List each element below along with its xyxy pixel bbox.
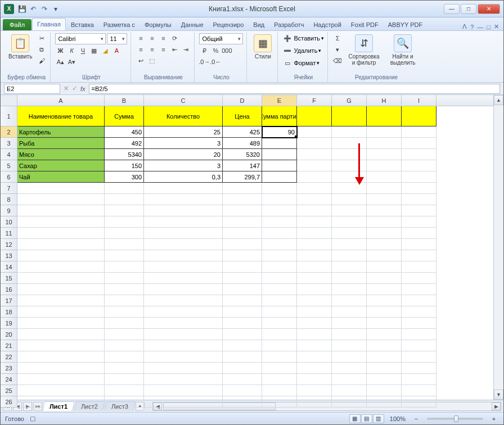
cell[interactable] <box>367 340 402 351</box>
cell[interactable] <box>223 183 262 194</box>
cell[interactable] <box>144 295 223 306</box>
cell[interactable] <box>105 295 144 306</box>
cell[interactable] <box>17 329 105 340</box>
minimize-button[interactable]: — <box>444 4 460 14</box>
cell[interactable] <box>17 374 105 385</box>
help-icon[interactable]: ? <box>470 24 474 30</box>
cell[interactable] <box>223 216 262 228</box>
cell[interactable] <box>105 183 144 194</box>
cell[interactable] <box>262 183 297 194</box>
cell[interactable] <box>223 363 262 374</box>
row-header[interactable]: 12 <box>1 239 17 250</box>
cell[interactable]: 150 <box>105 160 144 171</box>
cell[interactable] <box>367 363 402 374</box>
currency-icon[interactable]: ₽ <box>199 46 209 56</box>
cell[interactable] <box>223 351 262 363</box>
cell[interactable] <box>144 363 223 374</box>
cell[interactable] <box>332 250 367 261</box>
cell[interactable] <box>223 385 262 396</box>
cell[interactable] <box>144 205 223 216</box>
find-select-button[interactable]: 🔍 Найти и выделить <box>385 33 420 67</box>
cell[interactable] <box>402 149 436 160</box>
cell[interactable] <box>262 138 297 149</box>
merge-icon[interactable]: ⬚ <box>147 56 157 66</box>
cell[interactable] <box>402 228 436 239</box>
cell[interactable] <box>262 284 297 295</box>
cell[interactable] <box>144 340 223 351</box>
zoom-slider[interactable] <box>427 418 483 420</box>
col-header-E[interactable]: E <box>262 95 297 106</box>
cell[interactable] <box>367 306 402 318</box>
cell[interactable] <box>297 149 332 160</box>
cell[interactable] <box>402 171 436 183</box>
cell[interactable] <box>17 351 105 363</box>
ribbon-minimize-icon[interactable]: ᐱ <box>462 23 467 30</box>
cell[interactable] <box>332 295 367 306</box>
row-header[interactable]: 11 <box>1 228 17 239</box>
cell[interactable] <box>262 273 297 284</box>
cell[interactable] <box>332 306 367 318</box>
cell[interactable] <box>332 183 367 194</box>
cell[interactable] <box>144 228 223 239</box>
cell[interactable] <box>262 306 297 318</box>
align-left-icon[interactable]: ≡ <box>136 44 146 55</box>
cell[interactable]: Мясо <box>17 149 105 160</box>
cell[interactable] <box>105 261 144 273</box>
cell[interactable] <box>297 329 332 340</box>
autosum-icon[interactable]: Σ <box>332 33 343 43</box>
cell[interactable] <box>297 284 332 295</box>
cell[interactable] <box>144 194 223 205</box>
cell[interactable] <box>223 239 262 250</box>
cell[interactable] <box>262 340 297 351</box>
cell[interactable] <box>402 126 436 138</box>
border-icon[interactable]: ▦ <box>89 46 99 56</box>
cell[interactable] <box>223 295 262 306</box>
cell[interactable] <box>332 194 367 205</box>
row-header[interactable]: 19 <box>1 318 17 329</box>
cell[interactable] <box>144 284 223 295</box>
vertical-scrollbar[interactable]: ▲ ▼ <box>493 95 503 400</box>
cell[interactable] <box>144 239 223 250</box>
cell[interactable] <box>262 228 297 239</box>
cell[interactable]: 0,3 <box>144 171 223 183</box>
cell[interactable] <box>262 216 297 228</box>
cell[interactable] <box>297 363 332 374</box>
cell[interactable] <box>297 228 332 239</box>
cell[interactable]: Сумма партии <box>262 106 297 126</box>
tab-foxit[interactable]: Foxit PDF <box>346 19 383 30</box>
cell[interactable] <box>105 284 144 295</box>
cell[interactable] <box>144 183 223 194</box>
cell[interactable] <box>402 363 436 374</box>
cell[interactable] <box>297 250 332 261</box>
cancel-formula-icon[interactable]: ✕ <box>64 85 69 92</box>
cut-icon[interactable]: ✂ <box>37 33 47 43</box>
cell[interactable] <box>223 284 262 295</box>
cell[interactable] <box>297 273 332 284</box>
view-page-icon[interactable]: ▤ <box>361 414 372 423</box>
name-box[interactable]: E2 <box>4 84 60 94</box>
cell[interactable] <box>332 228 367 239</box>
cell[interactable] <box>297 340 332 351</box>
cell[interactable] <box>402 106 436 126</box>
cell[interactable] <box>367 126 402 138</box>
cell[interactable] <box>367 216 402 228</box>
cell[interactable] <box>332 363 367 374</box>
cell[interactable] <box>332 149 367 160</box>
indent-inc-icon[interactable]: ⇥ <box>181 44 191 55</box>
sheet-tab-2[interactable]: Лист2 <box>74 401 105 411</box>
font-name-combo[interactable]: Calibri <box>55 33 106 44</box>
cell[interactable] <box>367 149 402 160</box>
cell[interactable]: 90 <box>262 126 297 138</box>
row-header[interactable]: 26 <box>1 396 17 408</box>
cell[interactable] <box>144 396 223 408</box>
cell[interactable] <box>297 374 332 385</box>
cell[interactable] <box>297 306 332 318</box>
cell[interactable] <box>17 183 105 194</box>
tab-view[interactable]: Вид <box>249 19 269 30</box>
col-header-B[interactable]: B <box>105 95 144 106</box>
cell[interactable] <box>332 160 367 171</box>
view-break-icon[interactable]: ▥ <box>373 414 384 423</box>
cell[interactable] <box>367 194 402 205</box>
increase-decimal-icon[interactable]: .0→ <box>199 57 209 67</box>
align-bottom-icon[interactable]: ≡ <box>158 33 168 43</box>
